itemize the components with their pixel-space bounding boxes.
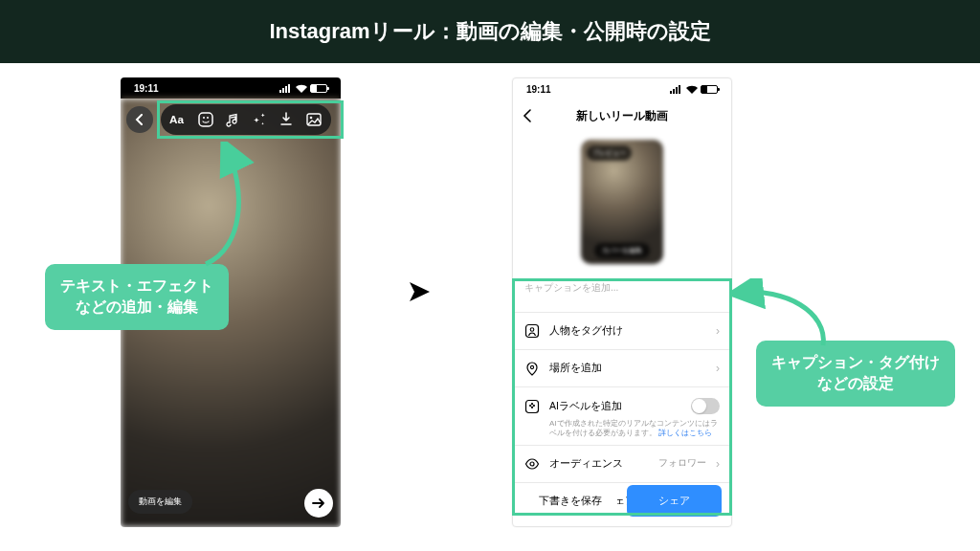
page-title: Instagramリール：動画の編集・公開時の設定 xyxy=(0,0,980,63)
arrow-right-annotation xyxy=(732,278,847,355)
status-icons xyxy=(279,84,327,93)
status-bar: 19:11 xyxy=(513,78,731,99)
cover-edit-badge: カバーを編集 xyxy=(594,243,650,258)
arrow-right-icon xyxy=(312,497,325,509)
battery-icon xyxy=(310,84,327,93)
stage: 19:11 Aa 動画を編集 xyxy=(0,63,980,549)
navbar: 新しいリール動画 xyxy=(513,99,731,132)
back-button[interactable] xyxy=(126,106,153,133)
wifi-icon xyxy=(296,84,307,93)
status-time: 19:11 xyxy=(526,84,551,95)
wifi-icon xyxy=(686,85,698,94)
back-button[interactable] xyxy=(523,109,532,122)
chevron-left-icon xyxy=(523,109,532,122)
next-button[interactable] xyxy=(304,489,333,518)
navbar-title: 新しいリール動画 xyxy=(576,108,668,124)
highlight-toolbar xyxy=(157,100,344,139)
status-icons xyxy=(670,85,718,94)
highlight-settings xyxy=(512,278,732,516)
signal-icon xyxy=(670,85,683,94)
edit-video-button[interactable]: 動画を編集 xyxy=(128,490,192,514)
preview-badge: プレビュー xyxy=(587,145,632,161)
arrow-left-annotation xyxy=(187,142,273,271)
signal-icon xyxy=(279,84,293,93)
annotation-left: テキスト・エフェクト などの追加・編集 xyxy=(45,264,229,330)
video-thumbnail[interactable]: プレビュー カバーを編集 xyxy=(581,140,663,264)
battery-icon xyxy=(701,85,718,94)
chevron-left-icon xyxy=(135,114,145,125)
transition-arrow-icon xyxy=(407,278,435,305)
status-bar: 19:11 xyxy=(121,77,341,99)
status-time: 19:11 xyxy=(134,83,159,94)
